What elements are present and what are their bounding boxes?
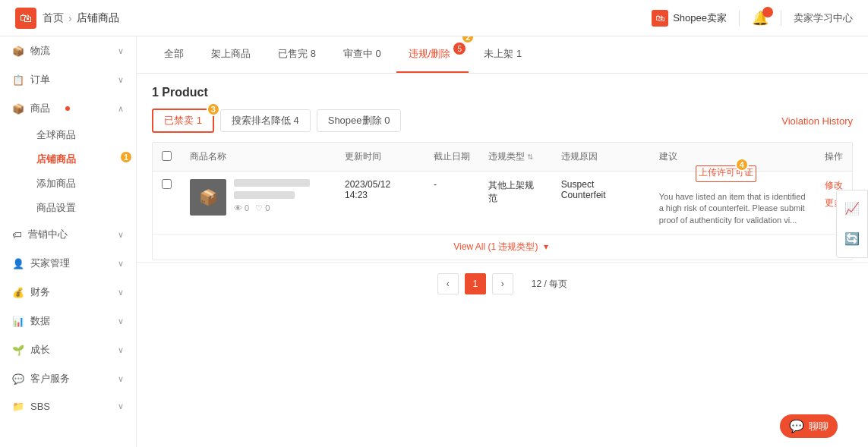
header-divider <box>739 11 740 26</box>
product-thumbnail: 📦 <box>190 179 226 216</box>
sidebar-item-orders[interactable]: 📋订单 ∨ <box>0 65 136 94</box>
sidebar-item-customer-service-label: 客户服务 <box>30 372 70 386</box>
tab-unlisted[interactable]: 未上架 1 <box>472 36 534 73</box>
sidebar-item-data-label: 数据 <box>30 314 50 328</box>
chevron-down-icon: ∨ <box>118 230 124 240</box>
product-stats: 👁 0 ♡ 0 <box>234 203 310 213</box>
chevron-down-icon: ∨ <box>118 345 124 355</box>
product-info: 📦 👁 0 ♡ 0 <box>190 179 327 216</box>
shopee-logo-icon: 🛍 <box>15 8 36 29</box>
tab-reviewing-count: 0 <box>375 48 380 59</box>
th-violation-reason: 违规原因 <box>552 143 650 172</box>
breadcrumb-separator: › <box>68 12 72 24</box>
data-icon: 📊 <box>12 316 24 327</box>
sub-tab-banned[interactable]: 已禁卖 1 <box>152 109 214 133</box>
chat-button[interactable]: 💬 聊聊 <box>780 414 838 438</box>
notification-badge <box>762 7 773 17</box>
shopee-seller-label: 🛍 Shopee卖家 <box>652 10 727 27</box>
sidebar-item-marketing[interactable]: 🏷营销中心 ∨ <box>0 220 136 249</box>
sort-icon[interactable]: ⇅ <box>527 153 533 161</box>
product-settings-label: 商品设置 <box>36 201 76 215</box>
sidebar-item-sbs[interactable]: 📁SBS ∨ <box>0 393 136 420</box>
select-all-checkbox[interactable] <box>162 151 172 161</box>
update-time-cell: 2023/05/12 14:23 <box>336 172 425 235</box>
chat-icon: 💬 <box>789 419 804 433</box>
th-violation-type-label: 违规类型 <box>488 151 525 162</box>
table-row: 📦 👁 0 ♡ 0 <box>153 172 852 235</box>
sidebar-item-logistics-label: 物流 <box>30 44 50 58</box>
sidebar-sub-products: 全球商品 店铺商品 1 添加商品 商品设置 <box>0 123 136 220</box>
products-icon: 📦 <box>12 103 24 115</box>
view-all-label: View All (1 违规类型) <box>453 241 538 252</box>
sidebar-item-products[interactable]: 📦商品 ∧ <box>0 94 136 123</box>
th-update-time: 更新时间 <box>336 143 425 172</box>
sidebar-item-buyer-mgmt[interactable]: 👤买家管理 ∨ <box>0 249 136 278</box>
pagination-next-btn[interactable]: › <box>492 273 513 294</box>
main-content: 全部 架上商品 已售完 8 审查中 0 违规/删除 5 2 未上架 1 <box>137 36 868 447</box>
pagination-page-1-btn[interactable]: 1 <box>465 273 486 294</box>
sidebar-item-growth[interactable]: 🌱成长 ∨ <box>0 335 136 364</box>
sidebar-item-store-products[interactable]: 店铺商品 1 <box>24 147 136 172</box>
product-details: 👁 0 ♡ 0 <box>234 179 310 213</box>
sidebar-item-orders-label: 订单 <box>30 73 50 87</box>
pagination-prev-btn[interactable]: ‹ <box>437 273 459 294</box>
toolbar-chart-btn[interactable]: 📈 <box>840 197 864 221</box>
tabs-bar: 全部 架上商品 已售完 8 审查中 0 违规/删除 5 2 未上架 1 <box>137 36 868 74</box>
product-count: 1 Product <box>152 86 853 99</box>
annotation-badge-4: 4 <box>735 158 749 172</box>
sub-tabs: 已禁卖 1 3 搜索排名降低 4 Shopee删除 0 Violation Hi… <box>137 109 868 142</box>
customer-service-icon: 💬 <box>12 373 24 385</box>
finance-icon: 💰 <box>12 287 24 298</box>
sub-tab-shopee-deleted-label: Shopee删除 <box>328 115 382 126</box>
toolbar-refresh-btn[interactable]: 🔄 <box>840 227 864 251</box>
sub-tab-banned-label: 已禁卖 <box>164 115 194 126</box>
right-toolbar: 📈 🔄 <box>836 190 868 258</box>
chevron-up-icon: ∧ <box>118 104 124 114</box>
breadcrumb: 首页 › 店铺商品 <box>43 11 119 25</box>
suggestion-cell: 上传许可可证 You have listed an item that is i… <box>650 172 816 235</box>
sidebar-item-logistics[interactable]: 📦物流 ∨ <box>0 36 136 65</box>
violation-history-link[interactable]: Violation History <box>781 115 853 127</box>
row-checkbox[interactable] <box>162 179 172 189</box>
add-product-label: 添加商品 <box>36 177 76 190</box>
th-end-date: 截止日期 <box>425 143 479 172</box>
main-layout: 📦物流 ∨ 📋订单 ∨ 📦商品 ∧ 全球商品 店铺商品 1 添加商品 商品设置 <box>0 36 868 447</box>
chevron-down-icon: ∨ <box>118 75 124 85</box>
global-products-label: 全球商品 <box>36 128 76 142</box>
product-cell: 📦 👁 0 ♡ 0 <box>181 172 336 235</box>
sidebar-item-data[interactable]: 📊数据 ∨ <box>0 307 136 335</box>
sidebar-item-finance[interactable]: 💰财务 ∨ <box>0 278 136 307</box>
products-table: 商品名称 更新时间 截止日期 违规类型 ⇅ 违规原因 建议 操作 <box>153 143 852 235</box>
annotation-badge-3: 3 <box>207 102 220 116</box>
seller-learn-link[interactable]: 卖家学习中心 <box>794 11 853 25</box>
th-violation-type: 违规类型 ⇅ <box>479 143 552 172</box>
product-name-line2 <box>234 191 295 199</box>
tab-violations[interactable]: 违规/删除 5 <box>396 36 469 73</box>
sidebar-item-product-settings[interactable]: 商品设置 <box>24 196 136 220</box>
chevron-down-icon: ∨ <box>118 401 124 411</box>
sidebar: 📦物流 ∨ 📋订单 ∨ 📦商品 ∧ 全球商品 店铺商品 1 添加商品 商品设置 <box>0 36 137 447</box>
tab-unlisted-label: 未上架 <box>484 48 513 59</box>
th-product-name: 商品名称 <box>181 143 336 172</box>
end-date-cell: - <box>425 172 479 235</box>
tab-violations-label: 违规/删除 <box>409 48 451 59</box>
notification-button[interactable]: 🔔 <box>752 10 769 27</box>
product-header: 1 Product <box>137 74 868 99</box>
sub-tab-low-rank[interactable]: 搜索排名降低 4 <box>220 109 311 132</box>
tab-all[interactable]: 全部 <box>152 36 196 73</box>
sidebar-item-add-product[interactable]: 添加商品 <box>24 172 136 196</box>
sub-tab-low-rank-count: 4 <box>293 115 298 126</box>
th-action: 操作 <box>816 143 852 172</box>
sub-tab-banned-count: 1 <box>197 115 202 126</box>
breadcrumb-home[interactable]: 首页 <box>43 11 64 25</box>
chevron-down-icon: ∨ <box>118 374 124 384</box>
tab-reviewing[interactable]: 审查中 0 <box>331 36 393 73</box>
view-all-row[interactable]: View All (1 违规类型) ▾ <box>153 235 852 260</box>
view-count: 👁 0 <box>234 203 249 213</box>
sub-tab-shopee-deleted[interactable]: Shopee删除 0 <box>317 109 402 132</box>
per-page-selector[interactable]: 12 / 每页 <box>532 278 567 291</box>
tab-on-sale[interactable]: 架上商品 <box>199 36 263 73</box>
sidebar-item-customer-service[interactable]: 💬客户服务 ∨ <box>0 364 136 393</box>
sidebar-item-global-products[interactable]: 全球商品 <box>24 123 136 147</box>
tab-sold-out[interactable]: 已售完 8 <box>266 36 328 73</box>
